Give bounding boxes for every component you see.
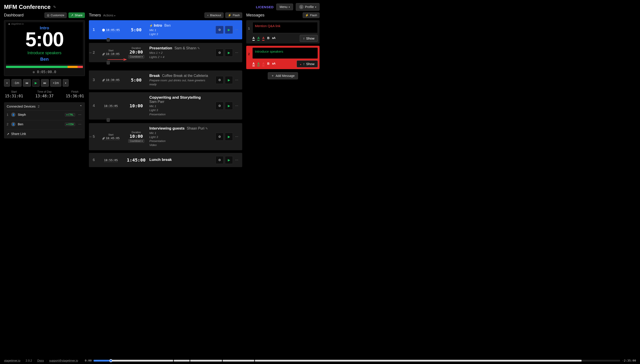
edit-icon[interactable]: ✎ [197, 46, 200, 50]
timer-more-icon[interactable]: ⋯ [234, 135, 239, 138]
timer-play-button[interactable]: ▶ [225, 76, 233, 84]
profile-label: Profile [305, 5, 314, 9]
timer-card[interactable]: 4 18:35:0510:00Copywriting and Storytell… [89, 92, 242, 120]
timer-settings-button[interactable]: ⚙ [216, 26, 224, 34]
timer-settings-button[interactable]: ⚙ [216, 102, 224, 110]
link-icon [102, 52, 105, 56]
timer-card[interactable]: 1 18:05:055:00 Intro BenMic 1Light 3⚙▶⋯ [89, 20, 242, 39]
timer-connector[interactable] [107, 118, 110, 122]
play-icon: ▶ [228, 28, 230, 32]
timer-play-button[interactable]: ▶ [225, 26, 233, 34]
color-red[interactable]: A [262, 36, 264, 41]
timer-card[interactable]: ═2Start 18:10:05Duration20:00Countdown ▾… [89, 43, 242, 62]
bold-toggle[interactable]: B [267, 36, 269, 41]
timer-start-time[interactable]: 18:05:05 [102, 28, 120, 32]
timer-duration: 20:00 [126, 49, 146, 55]
message-show-button[interactable]: Show [297, 60, 318, 67]
timer-play-button[interactable]: ▶ [225, 133, 233, 141]
case-toggle[interactable]: aA [272, 62, 276, 66]
timer-play-button[interactable]: ▶ [225, 49, 233, 57]
timer-more-icon[interactable]: ⋯ [234, 28, 239, 32]
timer-settings-button[interactable]: ⚙ [216, 156, 224, 164]
timer-index: 2 [92, 50, 96, 55]
share-link-button[interactable]: ↗ Share Link [7, 130, 82, 136]
timer-title: Interviewing guests [149, 126, 185, 130]
timer-duration: 10:00 [126, 103, 146, 108]
timer-start-time[interactable]: 18:10:05 [102, 52, 120, 56]
timer-title: Break [149, 74, 160, 78]
gear-icon: ⚙ [218, 51, 221, 54]
timer-index: 4 [92, 104, 96, 108]
gear-icon: ⚙ [218, 78, 221, 82]
menu-button[interactable]: Menu▾ [276, 4, 293, 10]
timers-flash-button[interactable]: ⚡ Flash [225, 12, 242, 18]
color-white[interactable]: A [252, 36, 255, 41]
device-menu-icon[interactable]: ⋯ [77, 122, 82, 126]
timer-connector[interactable] [107, 61, 110, 64]
user-icon: 👤 [11, 112, 16, 117]
timer-card[interactable]: 3 18:30:055:00Break Coffee Break at the … [89, 70, 242, 90]
timers-actions-dropdown[interactable]: Actions ▾ [103, 14, 115, 17]
bold-toggle[interactable]: B [267, 62, 269, 66]
color-green[interactable]: A [257, 36, 260, 41]
drag-handle-icon[interactable]: ═ [89, 134, 92, 139]
color-green[interactable]: A [257, 62, 260, 66]
timer-more-icon[interactable]: ⋯ [234, 104, 239, 108]
prev-button[interactable]: ⏮ [23, 79, 31, 87]
finish-label: Finish [66, 90, 84, 93]
edit-icon[interactable]: ✎ [205, 127, 208, 130]
devices-toggle[interactable]: Connected Devices 2 ⌃ [7, 104, 82, 108]
color-white[interactable]: A [252, 62, 255, 66]
finish-time: 15:36:01 [66, 94, 84, 98]
timer-settings-button[interactable]: ⚙ [216, 133, 224, 141]
share-button[interactable]: ↗ Share [68, 12, 85, 18]
chevron-up-icon: ⌃ [80, 105, 82, 108]
edit-title-icon[interactable]: ✎ [53, 5, 56, 9]
countdown-pill[interactable]: Countdown ▾ [128, 139, 144, 143]
device-badge: VIEW [65, 123, 75, 126]
timer-start-time[interactable]: 18:55:05 [104, 158, 118, 162]
timer-more-icon[interactable]: ⋯ [234, 51, 239, 54]
flash-label: Flash [233, 14, 240, 17]
countdown-pill[interactable]: Countdown ▾ [128, 55, 144, 58]
room-title: MFM Conference [4, 4, 50, 10]
messages-flash-button[interactable]: ⚡ Flash [303, 12, 320, 18]
timer-start-time[interactable]: 18:30:05 [102, 78, 120, 82]
blackout-button[interactable]: ● Blackout [204, 12, 224, 18]
timer-card[interactable]: 6 18:55:051:45:00Lunch break⚙▶⋯ [89, 153, 242, 167]
message-show-button[interactable]: Show [300, 35, 318, 42]
timer-more-icon[interactable]: ⋯ [234, 158, 239, 162]
profile-button[interactable]: L Profile▾ [296, 3, 320, 11]
share-label: Share [75, 14, 82, 17]
device-name: Steph [18, 113, 63, 116]
timer-card[interactable]: ═5Start 18:45:05Duration10:00Countdown ▾… [89, 123, 242, 150]
start-sublabel: Start [99, 49, 123, 52]
drag-handle-icon[interactable]: ═ [89, 50, 92, 55]
message-textarea[interactable]: Introduce speakers [252, 48, 318, 59]
device-index: 2 [7, 122, 9, 126]
customize-button[interactable]: ◎ Customize [44, 12, 67, 18]
device-menu-icon[interactable]: ⋯ [77, 113, 82, 116]
timer-start-time[interactable]: 18:35:05 [104, 104, 118, 108]
timer-more-icon[interactable]: ⋯ [234, 78, 239, 82]
device-row: 1👤StephCTRL⋯ [7, 110, 82, 119]
timer-play-button[interactable]: ▶ [225, 102, 233, 110]
plus-1m-button[interactable]: +1m [50, 79, 61, 87]
next-button[interactable]: ⏭ [41, 79, 49, 87]
timer-duration: 1:45:00 [126, 157, 146, 163]
minus-caret-button[interactable]: ▾ [4, 79, 10, 87]
play-button[interactable]: ▶ [32, 79, 40, 87]
customize-label: Customize [51, 14, 64, 17]
plus-caret-button[interactable]: ▾ [63, 79, 69, 87]
add-message-button[interactable]: ＋ Add Message [268, 72, 298, 79]
timer-settings-button[interactable]: ⚙ [216, 49, 224, 57]
case-toggle[interactable]: aA [272, 36, 276, 40]
message-textarea[interactable]: Mention Q&A link [252, 22, 318, 33]
timer-play-button[interactable]: ▶ [225, 156, 233, 164]
timer-speaker: Ben [164, 24, 171, 27]
color-red[interactable]: A [262, 62, 264, 66]
timer-settings-button[interactable]: ⚙ [216, 76, 224, 84]
minus-1m-button[interactable]: -1m [11, 79, 22, 87]
timer-connector[interactable] [107, 38, 110, 42]
timer-start-time[interactable]: 18:45:05 [102, 136, 120, 140]
